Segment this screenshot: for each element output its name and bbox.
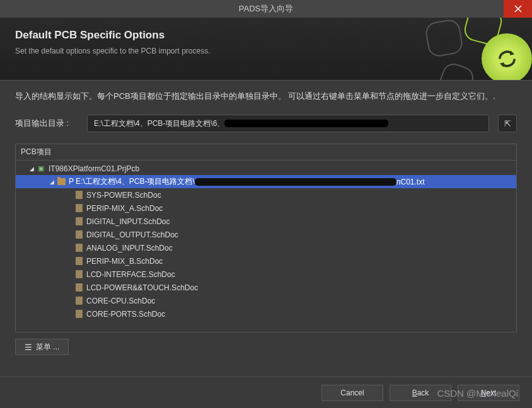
tree-item-label: DIGITAL_OUTPUT.SchDoc bbox=[86, 230, 178, 239]
menu-icon: ☰ bbox=[25, 343, 32, 352]
tree-item-row[interactable]: DIGITAL_INPUT.SchDoc bbox=[16, 215, 516, 228]
collapse-icon[interactable]: ◢ bbox=[47, 179, 56, 185]
tree-item-label: SYS-POWER.SchDoc bbox=[86, 191, 161, 200]
document-icon bbox=[74, 270, 84, 279]
tree-item-row[interactable]: LCD-POWER&&TOUCH.SchDoc bbox=[16, 281, 516, 294]
menu-label: 菜单 ... bbox=[36, 342, 59, 353]
header-graphic bbox=[415, 18, 532, 81]
tree-item-label: PERIP-MIX_B.SchDoc bbox=[86, 257, 163, 266]
tree-item-label: CORE-CPU.SchDoc bbox=[86, 297, 155, 305]
titlebar: PADS导入向导 bbox=[0, 0, 532, 18]
tree-body[interactable]: ◢ ▣ IT986XPlatformC01.PrjPcb ◢ P E:\工程文档… bbox=[16, 161, 516, 332]
tree-folder-row[interactable]: ◢ P E:\工程文档\4、PCB-项目电路文档\nC01.txt bbox=[16, 175, 516, 188]
document-icon bbox=[74, 297, 84, 305]
close-button[interactable] bbox=[504, 0, 532, 18]
tree-header: PCB项目 bbox=[16, 144, 516, 161]
tree-project-label: IT986XPlatformC01.PrjPcb bbox=[49, 164, 139, 173]
project-icon: ▣ bbox=[36, 164, 46, 173]
collapse-icon[interactable]: ◢ bbox=[27, 166, 36, 172]
folder-icon bbox=[56, 178, 66, 186]
document-icon bbox=[74, 257, 84, 266]
window-title: PADS导入向导 bbox=[239, 3, 293, 14]
output-directory-label: 项目输出目录 : bbox=[15, 118, 78, 129]
close-icon bbox=[514, 5, 522, 13]
document-icon bbox=[74, 204, 84, 213]
tree-item-label: DIGITAL_INPUT.SchDoc bbox=[86, 217, 170, 226]
browse-button[interactable]: ⇱ bbox=[498, 115, 517, 132]
wizard-footer: Cancel Back Next bbox=[0, 377, 532, 408]
menu-button[interactable]: ☰ 菜单 ... bbox=[15, 339, 69, 355]
document-icon bbox=[74, 310, 84, 319]
content-area: 导入的结构显示如下。每个PCB项目都位于指定输出目录中的单独目录中。 可以通过右… bbox=[0, 81, 532, 364]
tree-item-row[interactable]: LCD-INTERFACE.SchDoc bbox=[16, 268, 516, 281]
tree-item-label: LCD-POWER&&TOUCH.SchDoc bbox=[86, 283, 198, 292]
document-icon bbox=[74, 217, 84, 226]
tree-item-label: LCD-INTERFACE.SchDoc bbox=[86, 270, 175, 279]
document-icon bbox=[74, 244, 84, 252]
next-button[interactable]: Next bbox=[458, 385, 519, 401]
intro-text: 导入的结构显示如下。每个PCB项目都位于指定输出目录中的单独目录中。 可以通过右… bbox=[15, 89, 517, 103]
back-button[interactable]: Back bbox=[390, 385, 451, 401]
tree-item-row[interactable]: SYS-POWER.SchDoc bbox=[16, 188, 516, 201]
tree-item-label: CORE-PORTS.SchDoc bbox=[86, 310, 165, 319]
redacted-text bbox=[224, 120, 388, 127]
tree-item-row[interactable]: PERIP-MIX_B.SchDoc bbox=[16, 254, 516, 268]
tree-item-label: ANALOG_INPUT.SchDoc bbox=[86, 244, 173, 252]
redacted-text bbox=[195, 178, 396, 186]
output-directory-row: 项目输出目录 : E:\工程文档\4、PCB-项目电路文档\6、 ⇱ bbox=[15, 115, 517, 132]
tree-item-row[interactable]: ANALOG_INPUT.SchDoc bbox=[16, 241, 516, 254]
wizard-header: Default PCB Specific Options Set the def… bbox=[0, 18, 532, 81]
tree-project-row[interactable]: ◢ ▣ IT986XPlatformC01.PrjPcb bbox=[16, 162, 516, 175]
output-directory-input[interactable]: E:\工程文档\4、PCB-项目电路文档\6、 bbox=[87, 115, 489, 132]
document-icon bbox=[74, 283, 84, 292]
browse-icon: ⇱ bbox=[504, 119, 511, 128]
tree-item-row[interactable]: PERIP-MIX_A.SchDoc bbox=[16, 201, 516, 215]
tree-item-row[interactable]: CORE-PORTS.SchDoc bbox=[16, 307, 516, 320]
document-icon bbox=[74, 230, 84, 239]
tree-item-row[interactable]: CORE-CPU.SchDoc bbox=[16, 294, 516, 307]
pcb-project-tree: PCB项目 ◢ ▣ IT986XPlatformC01.PrjPcb ◢ P E… bbox=[15, 144, 517, 332]
tree-item-label: PERIP-MIX_A.SchDoc bbox=[86, 204, 163, 213]
cancel-button[interactable]: Cancel bbox=[321, 385, 383, 401]
sync-icon bbox=[496, 48, 518, 70]
document-icon bbox=[74, 191, 84, 200]
tree-item-row[interactable]: DIGITAL_OUTPUT.SchDoc bbox=[16, 228, 516, 241]
